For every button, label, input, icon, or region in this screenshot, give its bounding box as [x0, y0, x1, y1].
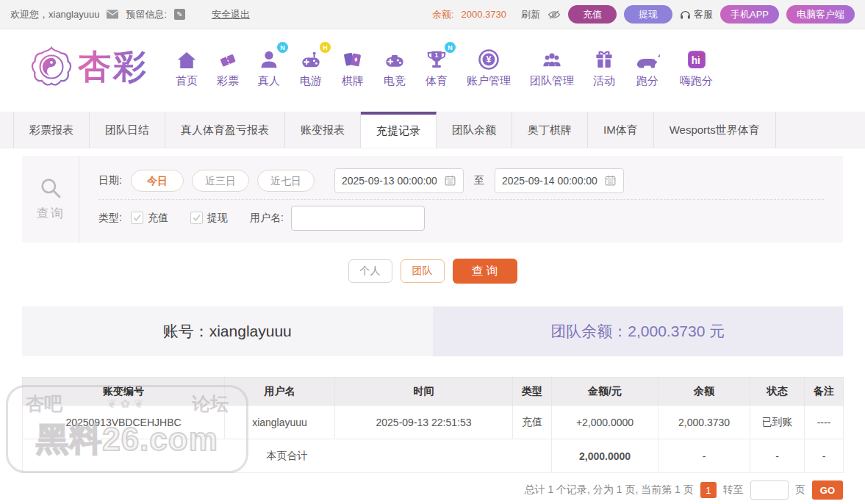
- preset-last-7-days[interactable]: 近七日: [257, 170, 315, 192]
- logout-link[interactable]: 安全退出: [212, 8, 250, 21]
- nav-item-home[interactable]: 首页: [166, 46, 207, 88]
- team-balance-label: 团队余额：: [550, 321, 628, 342]
- badge-n: N: [445, 42, 456, 53]
- action-buttons: 个人 团队 查 询: [0, 259, 865, 284]
- customer-service-link[interactable]: 客服: [680, 8, 713, 21]
- date-to-input[interactable]: 2025-09-14 00:00:00: [495, 168, 624, 193]
- lottery-ticket-icon: [217, 46, 239, 71]
- balance-value: 2000.3730: [462, 9, 506, 20]
- esports-gamepad-icon: [383, 46, 406, 71]
- deposit-checkbox[interactable]: [131, 212, 143, 224]
- cards-icon: [342, 46, 364, 71]
- tab-team-daily[interactable]: 团队日结: [90, 112, 165, 148]
- nav-item-egames[interactable]: H 电游: [290, 46, 332, 88]
- calendar-icon: [444, 174, 456, 187]
- col-balance: 余额: [658, 378, 750, 406]
- tab-live-sports-pnl[interactable]: 真人体育盈亏报表: [165, 112, 285, 148]
- nav-item-sports[interactable]: 1 N 体育: [416, 46, 457, 88]
- tab-lottery-report[interactable]: 彩票报表: [13, 112, 90, 148]
- pc-client-button[interactable]: 电脑客户端: [786, 5, 855, 24]
- username-label: 用户名:: [250, 212, 284, 225]
- col-status: 状态: [750, 378, 805, 406]
- nav-item-esports[interactable]: 电竞: [373, 46, 416, 88]
- svg-text:hi: hi: [691, 55, 700, 66]
- report-tabs: 彩票报表 团队日结 真人体育盈亏报表 账变报表 充提记录 团队余额 奥丁棋牌 I…: [0, 112, 865, 148]
- tab-im-sports[interactable]: IM体育: [588, 112, 654, 148]
- nav-item-account[interactable]: ¥ 账户管理: [457, 46, 520, 88]
- withdraw-checkbox[interactable]: [190, 212, 203, 224]
- go-button[interactable]: GO: [812, 480, 843, 500]
- hi-app-icon: hi: [686, 46, 708, 71]
- team-balance-value: 2,000.3730 元: [628, 321, 725, 342]
- tab-account-change[interactable]: 账变报表: [285, 112, 361, 148]
- col-change-id: 账变编号: [23, 378, 225, 406]
- date-filter-row: 日期: 今日 近三日 近七日 2025-09-13 00:00:00 至 202…: [98, 162, 824, 199]
- badge-h: H: [320, 42, 331, 53]
- rhino-icon: [634, 46, 661, 71]
- pagination-summary: 总计 1 个记录, 分为 1 页, 当前第 1 页: [525, 483, 694, 497]
- nav-item-lottery[interactable]: 彩票: [207, 46, 248, 88]
- total-label: 本页合计: [23, 439, 552, 473]
- col-username: 用户名: [225, 378, 335, 406]
- nav-item-chess[interactable]: 棋牌: [332, 46, 373, 88]
- col-amount: 金额/元: [552, 378, 658, 406]
- badge-n: N: [277, 42, 288, 53]
- preset-today[interactable]: 今日: [131, 170, 184, 192]
- logo-text: 杏彩: [78, 45, 148, 89]
- total-balance: -: [658, 439, 750, 473]
- home-icon: [176, 46, 198, 71]
- nav-item-live[interactable]: N 真人: [248, 46, 290, 88]
- query-side-label: 查询: [22, 156, 79, 242]
- table-total-row: 本页合计 2,000.0000 - - -: [23, 439, 844, 473]
- nav-item-activity[interactable]: 活动: [584, 46, 625, 88]
- mobile-app-button[interactable]: 手机APP: [720, 5, 779, 24]
- withdraw-button[interactable]: 提现: [624, 5, 672, 24]
- brand-logo[interactable]: 杏彩: [29, 45, 148, 89]
- envelope-icon[interactable]: [107, 10, 118, 19]
- type-filter-row: 类型: 充值 提现 用户名:: [98, 200, 824, 237]
- preset-last-3-days[interactable]: 近三日: [192, 170, 249, 192]
- tab-deposit-withdraw-records[interactable]: 充提记录: [361, 112, 437, 148]
- goto-page-input[interactable]: [750, 480, 789, 500]
- username-input[interactable]: [291, 206, 425, 231]
- refresh-link[interactable]: 刷新: [521, 8, 540, 21]
- nav-item-hipaofen[interactable]: hi 嗨跑分: [670, 46, 722, 88]
- deposit-checkbox-label[interactable]: 充值: [148, 212, 168, 225]
- reserved-info-label: 预留信息:: [126, 8, 167, 21]
- table-row: 20250913VBDCEHJHBC xianglayuuu 2025-09-1…: [23, 406, 844, 439]
- query-button[interactable]: 查 询: [453, 259, 517, 284]
- date-label: 日期:: [98, 174, 122, 187]
- withdraw-checkbox-label[interactable]: 提现: [207, 212, 228, 225]
- team-button[interactable]: 团队: [401, 259, 445, 283]
- total-status: -: [750, 439, 805, 473]
- magnifier-icon: [39, 176, 62, 200]
- svg-text:1: 1: [435, 51, 439, 59]
- tab-aoding-chess[interactable]: 奥丁棋牌: [512, 112, 588, 148]
- cell-remark: ----: [805, 406, 844, 439]
- date-from-input[interactable]: 2025-09-13 00:00:00: [334, 168, 464, 193]
- cell-change-id: 20250913VBDCEHJHBC: [23, 406, 225, 439]
- pagination-bar: 总计 1 个记录, 分为 1 页, 当前第 1 页 1 转至 页 GO: [22, 480, 843, 500]
- col-remark: 备注: [805, 378, 844, 406]
- account-summary-bar: 账号： xianglayuuu 团队余额： 2,000.3730 元: [22, 306, 843, 356]
- edit-icon[interactable]: ✎: [174, 9, 185, 20]
- personal-button[interactable]: 个人: [348, 259, 392, 283]
- current-page-button[interactable]: 1: [700, 482, 717, 498]
- tab-team-balance[interactable]: 团队余额: [437, 112, 512, 148]
- team-balance-panel: 团队余额： 2,000.3730 元: [433, 306, 844, 356]
- tab-wesports[interactable]: Wesports世界体育: [654, 112, 776, 148]
- nav-item-paofen[interactable]: 跑分: [625, 46, 670, 88]
- trophy-icon: 1 N: [426, 46, 448, 71]
- nav-item-team[interactable]: 团队管理: [520, 46, 584, 88]
- filter-fields: 日期: 今日 近三日 近七日 2025-09-13 00:00:00 至 202…: [79, 156, 843, 242]
- cell-balance: 2,000.3730: [658, 406, 750, 439]
- cell-amount: +2,000.0000: [552, 406, 658, 439]
- eye-slash-icon[interactable]: [548, 10, 561, 20]
- col-type: 类型: [513, 378, 552, 406]
- filter-panel: 查询 日期: 今日 近三日 近七日 2025-09-13 00:00:00 至 …: [22, 156, 843, 242]
- headset-icon: [680, 10, 691, 20]
- type-label: 类型:: [98, 212, 122, 225]
- live-person-icon: N: [258, 46, 280, 71]
- svg-text:¥: ¥: [487, 54, 492, 65]
- deposit-button[interactable]: 充值: [568, 5, 617, 24]
